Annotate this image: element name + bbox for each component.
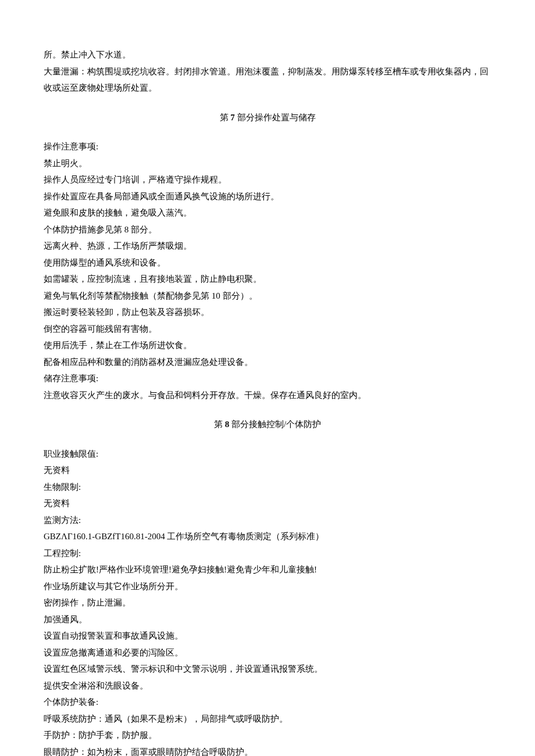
body-text: 所。禁止冲入下水道。 bbox=[44, 46, 491, 63]
body-text: 监测方法: bbox=[44, 512, 491, 529]
body-text: 避免与氧化剂等禁配物接触（禁配物参见第 10 部分）。 bbox=[44, 288, 491, 304]
body-text: 生物限制: bbox=[44, 479, 491, 496]
body-text: 搬运时要轻装轻卸，防止包装及容器损坏。 bbox=[44, 304, 491, 321]
body-text: 远离火种、热源，工作场所严禁吸烟。 bbox=[44, 238, 491, 255]
body-text: 操作注意事项: bbox=[44, 138, 491, 155]
body-text: 个体防护措施参见第 8 部分。 bbox=[44, 221, 491, 238]
body-text: 作业场所建议与其它作业场所分开。 bbox=[44, 578, 491, 595]
body-text: 职业接触限值: bbox=[44, 446, 491, 463]
body-text: 使用防爆型的通风系统和设备。 bbox=[44, 255, 491, 271]
section-8-body: 职业接触限值: 无资料 生物限制: 无资料 监测方法: GBZΛΓ160.1-G… bbox=[44, 446, 491, 757]
body-text: 避免眼和皮肤的接触，避免吸入蒸汽。 bbox=[44, 205, 491, 221]
body-text: 提供安全淋浴和洗眼设备。 bbox=[44, 678, 491, 694]
body-text: 操作人员应经过专门培训，严格遵守操作规程。 bbox=[44, 171, 491, 188]
body-text: 使用后洗手，禁止在工作场所进饮食。 bbox=[44, 337, 491, 354]
body-text: 工程控制: bbox=[44, 545, 491, 562]
heading-prefix: 第 bbox=[214, 420, 225, 429]
body-text: 眼睛防护：如为粉末，面罩或眼睛防护结合呼吸防护。 bbox=[44, 744, 491, 757]
body-text: 呼吸系统防护：通风（如果不是粉末），局部排气或呼吸防护。 bbox=[44, 711, 491, 728]
section-7-body: 操作注意事项: 禁止明火。 操作人员应经过专门培训，严格遵守操作规程。 操作处置… bbox=[44, 138, 491, 403]
body-text: GBZΛΓ160.1-GBZfT160.81-2004 工作场所空气有毒物质测定… bbox=[44, 528, 491, 545]
body-text: 如需罐装，应控制流速，且有接地装置，防止静电积聚。 bbox=[44, 271, 491, 288]
body-text: 加强通风。 bbox=[44, 611, 491, 628]
body-text: 大量泄漏：构筑围堤或挖坑收容。封闭排水管道。用泡沫覆盖，抑制蒸发。用防爆泵转移至… bbox=[44, 63, 491, 96]
heading-suffix: 部分操作处置与储存 bbox=[235, 113, 316, 122]
body-text: 禁止明火。 bbox=[44, 155, 491, 172]
section-7-heading: 第 7 部分操作处置与储存 bbox=[44, 109, 491, 126]
body-text: 设置应急撤离通道和必要的泻险区。 bbox=[44, 644, 491, 661]
body-text: 防止粉尘扩散!严格作业环境管理!避免孕妇接触!避免青少年和儿童接触! bbox=[44, 561, 491, 578]
body-text: 个体防护装备: bbox=[44, 694, 491, 711]
body-text: 无资料 bbox=[44, 495, 491, 512]
body-text: 倒空的容器可能残留有害物。 bbox=[44, 321, 491, 338]
heading-prefix: 第 bbox=[220, 113, 231, 122]
body-text: 操作处置应在具备局部通风或全面通风换气设施的场所进行。 bbox=[44, 188, 491, 205]
body-text: 密闭操作，防止泄漏。 bbox=[44, 594, 491, 611]
body-text: 配备相应品种和数量的消防器材及泄漏应急处理设备。 bbox=[44, 354, 491, 371]
body-text: 无资料 bbox=[44, 462, 491, 479]
body-text: 手防护：防护手套，防护服。 bbox=[44, 727, 491, 744]
heading-number: 7 bbox=[230, 113, 235, 122]
section-8-heading: 第 8 部分接触控制/个体防护 bbox=[44, 416, 491, 433]
body-text: 设置红色区域警示线、警示标识和中文警示说明，并设置通讯报警系统。 bbox=[44, 661, 491, 678]
leakage-continuation: 所。禁止冲入下水道。 大量泄漏：构筑围堤或挖坑收容。封闭排水管道。用泡沫覆盖，抑… bbox=[44, 46, 491, 96]
body-text: 注意收容灭火产生的废水。与食品和饲料分开存放。干燥。保存在通风良好的室内。 bbox=[44, 387, 491, 404]
body-text: 储存注意事项: bbox=[44, 370, 491, 387]
body-text: 设置自动报警装置和事故通风设施。 bbox=[44, 628, 491, 644]
heading-suffix: 部分接触控制/个体防护 bbox=[229, 420, 321, 429]
